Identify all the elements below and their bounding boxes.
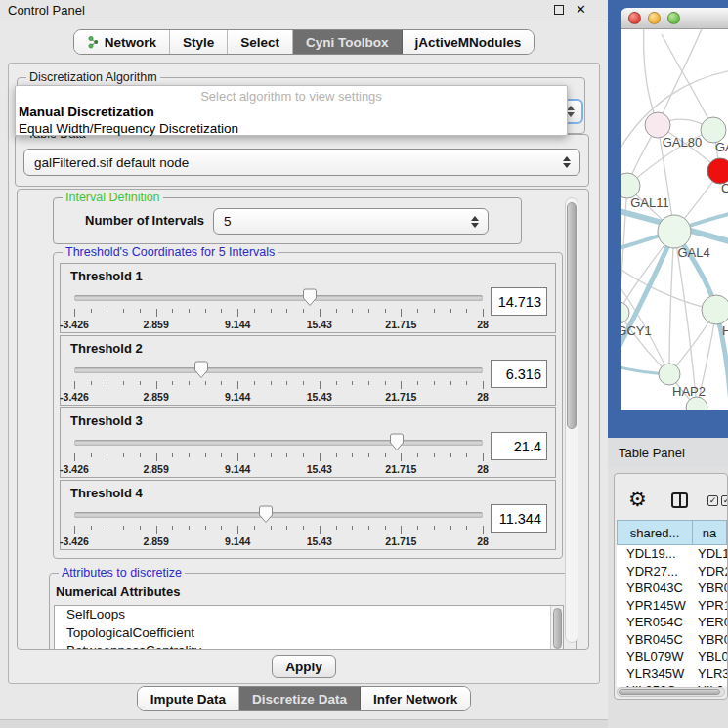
- gear-icon[interactable]: ⚙: [628, 490, 647, 509]
- slider-thumb[interactable]: [390, 433, 405, 451]
- tab-label: Style: [183, 35, 214, 50]
- bottom-tab-infer-network[interactable]: Infer Network: [361, 687, 470, 710]
- top-tab-bar: NetworkStyleSelectCyni ToolboxjActiveMNo…: [73, 29, 535, 55]
- scrollbar-thumb[interactable]: [567, 202, 577, 429]
- table-row[interactable]: YBR045CYBR0: [617, 631, 727, 649]
- network-node-hap2[interactable]: [659, 364, 680, 385]
- cell-name[interactable]: YLR3: [693, 666, 727, 681]
- interval-definition-group: Interval Definition Number of Intervals …: [53, 197, 522, 244]
- threshold-value-box[interactable]: 14.713: [491, 287, 547, 316]
- network-edge[interactable]: [662, 34, 713, 130]
- bottom-tab-discretize-data[interactable]: Discretize Data: [239, 687, 361, 710]
- status-strip: [0, 719, 608, 728]
- algorithm-option-equal-width-frequency[interactable]: Equal Width/Frequency Discretization: [19, 121, 238, 136]
- attribute-item-selfloops[interactable]: SelfLoops: [55, 606, 563, 624]
- attribute-items: SelfLoopsTopologicalCoefficientBetweenne…: [55, 606, 563, 650]
- apply-button[interactable]: Apply: [272, 655, 336, 678]
- cell-shared-name[interactable]: YLR345W: [617, 666, 693, 681]
- threshold-slider[interactable]: -3.4262.8599.14415.4321.71528: [74, 432, 483, 475]
- split-columns-icon[interactable]: [671, 492, 688, 508]
- interval-definition-group-label: Interval Definition: [63, 191, 163, 204]
- algorithm-option-manual-discretization[interactable]: Manual Discretization: [19, 105, 154, 119]
- slider-track[interactable]: [74, 512, 483, 518]
- threshold-value-box[interactable]: 11.344: [491, 504, 547, 533]
- number-of-intervals-combobox[interactable]: 5: [213, 208, 489, 235]
- slider-track[interactable]: [74, 295, 483, 301]
- table-row[interactable]: YBR043CYBR0: [617, 579, 727, 597]
- network-edge[interactable]: [621, 313, 669, 374]
- settings-vertical-scrollbar[interactable]: [565, 197, 578, 643]
- threshold-label: Threshold 4: [70, 486, 143, 500]
- table-row[interactable]: YBL079WYBL0: [617, 648, 727, 665]
- checkbox-icon-2[interactable]: ✓: [721, 495, 728, 506]
- column-header-shared-name[interactable]: shared...: [617, 520, 693, 545]
- slider-thumb[interactable]: [193, 361, 208, 379]
- cell-name[interactable]: YBR0: [693, 632, 727, 647]
- cell-name[interactable]: YBL0: [693, 649, 727, 664]
- table-row[interactable]: YDR27...YDR2: [617, 563, 727, 580]
- threshold-slider[interactable]: -3.4262.8599.14415.4321.71528: [74, 360, 483, 403]
- algorithm-prompt-option[interactable]: Select algorithm to view settings: [16, 89, 567, 104]
- close-icon[interactable]: ✕: [576, 4, 586, 16]
- network-node-gcy1[interactable]: [621, 302, 629, 323]
- tab-jactivemnodules[interactable]: jActiveMNodules: [403, 30, 535, 54]
- control-panel: Control Panel ✕ NetworkStyleSelectCyni T…: [0, 0, 608, 728]
- cell-name[interactable]: YBR0: [693, 580, 727, 595]
- cell-shared-name[interactable]: YPR145W: [617, 598, 693, 613]
- slider-thumb[interactable]: [303, 288, 318, 307]
- bottom-tab-label: Discretize Data: [252, 692, 347, 707]
- table-row[interactable]: YDL19...YDL1: [617, 545, 727, 563]
- cell-name[interactable]: YER0: [693, 615, 727, 629]
- cell-name[interactable]: YDL1: [693, 546, 727, 561]
- threshold-label: Threshold 2: [70, 341, 143, 356]
- hscroll-thumb[interactable]: [619, 689, 720, 695]
- column-header-name[interactable]: na: [693, 520, 727, 545]
- table-row[interactable]: YER054CYER0: [617, 614, 727, 631]
- network-edge[interactable]: [658, 29, 704, 125]
- cell-name[interactable]: YDR2: [693, 564, 727, 578]
- table-data-combobox[interactable]: galFiltered.sif default node: [23, 149, 580, 176]
- close-traffic-light[interactable]: [628, 12, 641, 24]
- zoom-traffic-light[interactable]: [667, 12, 680, 24]
- discretization-algorithm-group-label: Discretization Algorithm: [26, 70, 160, 84]
- numerical-attributes-list[interactable]: SelfLoopsTopologicalCoefficientBetweenne…: [54, 605, 564, 650]
- tab-select[interactable]: Select: [228, 30, 293, 54]
- float-window-icon[interactable]: [554, 5, 564, 15]
- cell-shared-name[interactable]: YER054C: [617, 615, 693, 629]
- cell-shared-name[interactable]: YBL079W: [617, 649, 693, 664]
- network-node-gal4[interactable]: [658, 215, 691, 248]
- minimize-traffic-light[interactable]: [648, 12, 661, 24]
- tab-style[interactable]: Style: [170, 30, 228, 54]
- attribute-item-betweennesscentrality[interactable]: BetweennessCentrality: [55, 642, 563, 650]
- table-row[interactable]: YLR345WYLR3: [617, 665, 727, 683]
- cell-shared-name[interactable]: YBR045C: [617, 632, 693, 647]
- attributes-scrollbar[interactable]: [550, 606, 563, 649]
- slider-thumb[interactable]: [259, 505, 274, 524]
- network-edge[interactable]: [669, 232, 674, 374]
- slider-track[interactable]: [74, 440, 483, 446]
- slider-tick-labels: -3.4262.8599.14415.4321.71528: [74, 463, 483, 475]
- cell-name[interactable]: YPR1: [693, 598, 727, 613]
- network-node-h[interactable]: [702, 295, 728, 324]
- tab-cyni-toolbox[interactable]: Cyni Toolbox: [293, 30, 403, 54]
- checkbox-icon-1[interactable]: ✓: [707, 495, 718, 506]
- tab-network[interactable]: Network: [74, 30, 170, 54]
- network-icon: [87, 35, 100, 49]
- cell-shared-name[interactable]: YBR043C: [617, 580, 693, 595]
- bottom-tab-impute-data[interactable]: Impute Data: [138, 687, 239, 710]
- cell-shared-name[interactable]: YDR27...: [617, 564, 693, 578]
- slider-track[interactable]: [74, 367, 483, 373]
- attribute-item-topologicalcoefficient[interactable]: TopologicalCoefficient: [55, 624, 563, 643]
- threshold-label: Threshold 3: [70, 413, 143, 428]
- threshold-slider[interactable]: -3.4262.8599.14415.4321.71528: [74, 287, 483, 330]
- threshold-value-box[interactable]: 21.4: [491, 432, 547, 460]
- control-panel-titlebar: Control Panel ✕: [0, 0, 608, 21]
- cell-shared-name[interactable]: YDL19...: [617, 546, 693, 561]
- network-canvas[interactable]: GAL80GACGAL11GAL4GCY1HHAP2: [621, 29, 728, 410]
- threshold-value-box[interactable]: 6.316: [491, 360, 547, 388]
- table-panel: ⚙ ✓ ✓ shared... na YDL19...YDL1YDR27...Y…: [614, 473, 728, 700]
- slider-ticks: [74, 453, 483, 462]
- table-horizontal-scrollbar[interactable]: [617, 687, 725, 697]
- table-row[interactable]: YPR145WYPR1: [617, 597, 727, 615]
- threshold-slider[interactable]: -3.4262.8599.14415.4321.71528: [74, 504, 483, 547]
